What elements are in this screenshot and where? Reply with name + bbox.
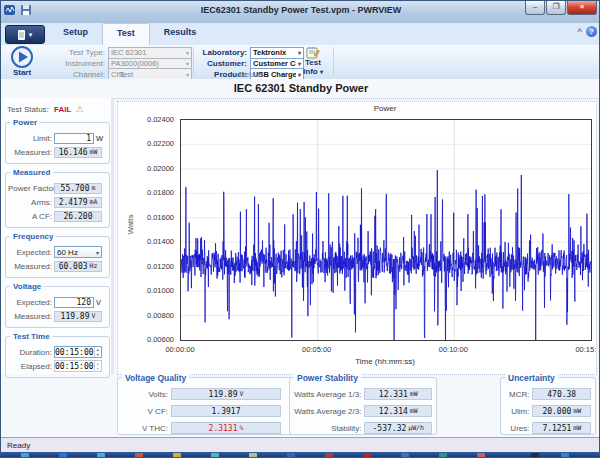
tab-results[interactable]: Results: [150, 23, 211, 45]
pwrview-window: IEC62301 Standby Power Test.vpm - PWRVIE…: [0, 0, 600, 458]
taskbar[interactable]: [1, 452, 600, 458]
dropdown-icon: ▾: [320, 69, 323, 75]
details-group-label: Details: [211, 70, 291, 79]
ribbon-tab-row: ▾ Setup Test Results ^ ?: [1, 23, 600, 45]
test-info-button[interactable]: Test Info ▾: [298, 46, 328, 77]
dropdown-icon: ▾: [186, 49, 189, 56]
power-measured-field: 16.146 mW: [54, 147, 102, 158]
voltage-group-title: Voltage: [10, 282, 44, 291]
limit-unit: W: [96, 134, 103, 143]
minimize-button[interactable]: –: [525, 1, 545, 15]
test-group-label: Test: [91, 70, 161, 79]
chart-title: Power: [180, 104, 590, 113]
customer-label: Customer:: [197, 59, 247, 68]
status-text: Ready: [7, 441, 30, 450]
ures-field: 7.1251 mW: [532, 422, 591, 434]
duration-label: Duration:: [8, 348, 52, 357]
frequency-expected-label: Expected:: [8, 248, 52, 257]
volts-field: 119.89 V: [171, 388, 281, 400]
power-measured-label: Measured:: [8, 148, 52, 157]
voltage-measured-field: 119.89 V: [54, 311, 102, 322]
spin-down-icon[interactable]: ▾: [95, 352, 101, 357]
page-title: IEC 62301 Standby Power: [1, 79, 600, 99]
stability-field: -537.32 µW/h: [364, 422, 432, 434]
ulim-field: 20.000 mW: [532, 405, 591, 417]
help-icon[interactable]: ?: [586, 26, 597, 37]
ribbon: Start Test Type: IEC 62301 ▾ Instrument:…: [1, 45, 600, 80]
v-cf-field: 1.3917: [171, 405, 281, 417]
v-thc-label: V THC:: [122, 424, 168, 433]
file-menu-dropdown-icon: ▾: [29, 31, 33, 39]
tab-setup[interactable]: Setup: [49, 23, 102, 45]
close-button[interactable]: ×: [567, 1, 597, 15]
frequency-measured-field: 60.003 Hz: [54, 261, 102, 272]
chart-plot-area: [180, 119, 592, 341]
dropdown-icon: ▾: [186, 71, 189, 78]
x-tick: 00:00:00: [158, 345, 202, 354]
limit-input[interactable]: 1: [54, 133, 94, 144]
instrument-label: Instrument:: [43, 59, 105, 68]
arms-label: Arms:: [8, 198, 52, 207]
voltage-quality-title: Voltage Quality: [122, 373, 189, 383]
elapsed-label: Elapsed:: [8, 362, 52, 371]
start-button[interactable]: Start: [7, 46, 37, 77]
y-tick: 0.00800: [118, 311, 174, 320]
y-tick: 0.01600: [118, 213, 174, 222]
test-time-group-title: Test Time: [10, 332, 53, 341]
start-play-icon: [11, 46, 33, 68]
voltage-expected-unit: V: [96, 298, 101, 307]
x-tick: 00:10:00: [431, 345, 475, 354]
a-cf-label: A CF:: [8, 212, 52, 221]
maximize-button[interactable]: ❐: [546, 1, 566, 15]
watts-avg-23-label: Watts Average 2/3:: [294, 407, 361, 416]
dropdown-icon: ▾: [186, 60, 189, 67]
a-cf-field: 26.200: [54, 211, 102, 222]
mcr-label: MCR:: [505, 390, 529, 399]
y-tick: 0.01800: [118, 188, 174, 197]
spin-down-icon: ▾: [95, 366, 101, 371]
duration-stepper[interactable]: 00:15:00 ▴ ▾: [54, 346, 102, 358]
file-menu-button[interactable]: ▾: [5, 25, 45, 44]
dropdown-icon: ▾: [96, 249, 99, 256]
frequency-group: Frequency Expected: 60 Hz ▾ Measured: 60…: [5, 236, 110, 278]
start-label: Start: [7, 68, 37, 77]
ures-label: Ures:: [505, 424, 529, 433]
power-factor-field: 55.700 m: [54, 183, 102, 194]
y-tick: 0.02400: [118, 115, 174, 124]
volts-label: Volts:: [122, 390, 168, 399]
watts-avg-23-field: 12.314 mW: [364, 405, 432, 417]
laboratory-label: Laboratory:: [197, 48, 247, 57]
status-bar: Ready: [1, 437, 600, 452]
x-tick: 00:05:00: [295, 345, 339, 354]
measured-group: Measured Power Factor: 55.700 m Arms: 2.…: [5, 172, 110, 228]
left-panel: Test Status: FAIL ⚠ Power Limit: 1 W Mea…: [1, 98, 113, 374]
uncertainty-panel: Uncertainty MCR: 470.38 Ulim: 20.000 mW …: [500, 377, 596, 435]
tab-test[interactable]: Test: [102, 23, 150, 46]
test-status-row: Test Status: FAIL ⚠: [7, 104, 109, 114]
stability-label: Stability:: [294, 424, 361, 433]
voltage-expected-input[interactable]: 120: [54, 297, 94, 308]
power-waveform: [181, 120, 591, 340]
collapse-ribbon-icon[interactable]: ^: [577, 27, 582, 36]
voltage-quality-panel: Voltage Quality Volts: 119.89 V V CF: 1.…: [117, 377, 313, 435]
warning-icon: ⚠: [76, 104, 84, 114]
y-tick: 0.01200: [118, 262, 174, 271]
test-type-label: Test Type:: [43, 48, 105, 57]
chart-x-axis-label: Time (hh:mm:ss): [180, 357, 590, 366]
power-stability-title: Power Stability: [294, 373, 361, 383]
power-stability-panel: Power Stability Watts Average 1/3: 12.33…: [289, 377, 437, 435]
frequency-measured-label: Measured:: [8, 262, 52, 271]
uncertainty-title: Uncertainty: [505, 373, 558, 383]
file-icon: [18, 30, 26, 40]
power-group-title: Power: [10, 118, 40, 127]
elapsed-field: 00:15:00 ▴ ▾: [54, 360, 102, 372]
watts-avg-13-label: Watts Average 1/3:: [294, 390, 361, 399]
power-group: Power Limit: 1 W Measured: 16.146 mW: [5, 122, 110, 164]
arms-field: 2.4179 mA: [54, 197, 102, 208]
measured-group-title: Measured: [10, 168, 53, 177]
power-factor-label: Power Factor:: [8, 184, 52, 193]
title-bar: IEC62301 Standby Power Test.vpm - PWRVIE…: [1, 1, 600, 24]
frequency-expected-select[interactable]: 60 Hz ▾: [54, 246, 102, 258]
window-title: IEC62301 Standby Power Test.vpm - PWRVIE…: [1, 5, 600, 15]
x-tick: 00:15:00: [568, 345, 597, 354]
